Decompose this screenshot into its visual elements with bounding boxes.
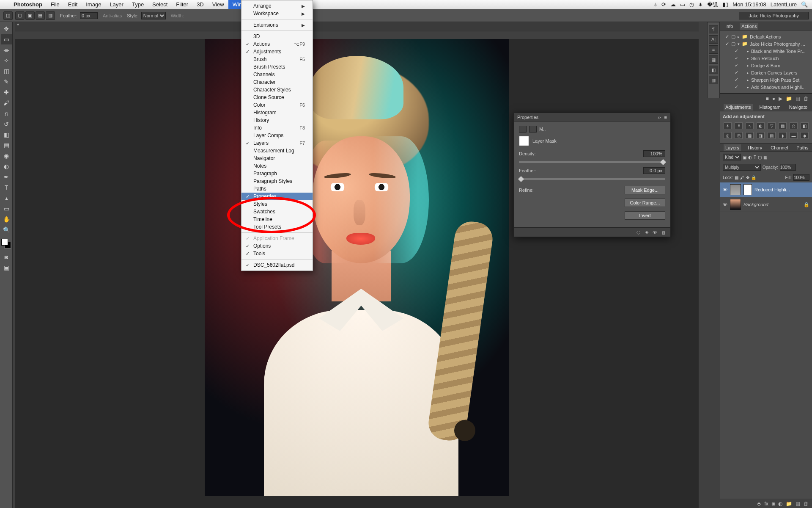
new-set-icon[interactable]: 📁 <box>786 96 792 102</box>
action-row[interactable]: ✓▸Darken Curves Layers <box>723 69 809 76</box>
selective-adj-icon[interactable]: ◆ <box>801 132 809 139</box>
foreground-color-swatch[interactable] <box>1 239 8 246</box>
eraser-tool-icon[interactable]: ◧ <box>1 130 12 140</box>
menubar-clock[interactable]: Mon 15:19:08 <box>732 1 766 8</box>
swatches-panel-icon[interactable]: ▦ <box>709 55 718 64</box>
blend-mode-select[interactable]: Multiply <box>723 164 761 171</box>
battery-icon[interactable]: ▮▯ <box>722 1 728 8</box>
menu-item-paragraph[interactable]: Paragraph <box>241 170 313 177</box>
bluetooth-icon[interactable]: ∗ <box>698 1 703 8</box>
mask-thumbnail[interactable] <box>519 136 529 146</box>
shape-tool-icon[interactable]: ▭ <box>1 204 12 214</box>
canvas-area[interactable] <box>15 39 699 508</box>
hue-adj-icon[interactable]: ▦ <box>779 122 787 129</box>
adjustments-tab[interactable]: Adjustments <box>724 104 753 110</box>
gradmap-adj-icon[interactable]: ▬ <box>790 132 798 139</box>
zoom-tool-icon[interactable]: 🔍 <box>1 225 12 235</box>
vibrance-adj-icon[interactable]: ▽ <box>768 122 776 129</box>
menu-item-tool presets[interactable]: Tool Presets <box>241 223 313 231</box>
character-panel-icon[interactable]: ¶ <box>709 25 718 33</box>
menu-item-brush[interactable]: BrushF5 <box>241 55 313 63</box>
trash-icon[interactable]: 🗑 <box>804 96 809 102</box>
sync-icon[interactable]: ⟳ <box>661 1 666 8</box>
stop-icon[interactable]: ■ <box>766 96 769 102</box>
blur-tool-icon[interactable]: ◉ <box>1 151 12 161</box>
screenmode-icon[interactable]: ▣ <box>1 262 12 273</box>
levels-adj-icon[interactable]: ⫵ <box>735 122 743 129</box>
collapse-panel-icon[interactable]: ›› <box>658 115 661 120</box>
menu-type[interactable]: Type <box>128 0 148 9</box>
new-layer-icon[interactable]: ▤ <box>796 501 800 507</box>
dodge-tool-icon[interactable]: ◐ <box>1 161 12 171</box>
selection-subtract-icon[interactable]: ▤ <box>36 11 45 20</box>
new-adj-layer-icon[interactable]: ◐ <box>778 501 782 507</box>
color-swatches[interactable] <box>0 238 12 251</box>
menubar-user[interactable]: LatentLure <box>771 1 797 8</box>
pen-tool-icon[interactable]: ✒ <box>1 172 12 182</box>
menu-item-3d[interactable]: 3D <box>241 33 313 40</box>
crop-tool-icon[interactable]: ◫ <box>1 66 12 76</box>
density-slider[interactable] <box>519 161 665 163</box>
filter-shape-icon[interactable]: ▢ <box>758 155 762 160</box>
menu-item-brush presets[interactable]: Brush Presets <box>241 63 313 71</box>
lock-all-icon[interactable]: 🔒 <box>751 175 756 180</box>
play-icon[interactable]: ▶ <box>779 96 782 102</box>
actions-tab[interactable]: Actions <box>740 23 758 30</box>
layers-kind-select[interactable]: Kind <box>723 154 741 160</box>
opacity-input[interactable] <box>780 164 796 171</box>
hand-tool-icon[interactable]: ✋ <box>1 214 12 224</box>
gradient-tool-icon[interactable]: ▤ <box>1 140 12 150</box>
menu-select[interactable]: Select <box>148 0 172 9</box>
marquee-tool-icon[interactable]: ▭ <box>1 34 12 44</box>
invert-button[interactable]: Invert <box>625 211 665 220</box>
layers-tab[interactable]: Layers <box>724 144 741 151</box>
menu-item-navigator[interactable]: Navigator <box>241 155 313 162</box>
menu-file[interactable]: File <box>47 0 64 9</box>
action-row[interactable]: ✓▸Skin Retouch <box>723 55 809 62</box>
menu-workspace[interactable]: Workspace▶ <box>241 10 313 17</box>
posterize-adj-icon[interactable]: ▤ <box>768 132 776 139</box>
menu-item-properties[interactable]: Properties <box>241 193 313 200</box>
delete-layer-icon[interactable]: 🗑 <box>804 501 809 507</box>
menu-3d[interactable]: 3D <box>192 0 208 9</box>
exposure-adj-icon[interactable]: ◐ <box>757 122 765 129</box>
add-mask-icon[interactable]: ◙ <box>772 501 775 507</box>
menu-image[interactable]: Image <box>82 0 105 9</box>
doc-close-left[interactable]: « <box>17 22 19 27</box>
history-brush-tool-icon[interactable]: ↺ <box>1 119 12 129</box>
menu-item-history[interactable]: History <box>241 116 313 124</box>
density-value[interactable]: 100% <box>643 150 665 157</box>
libraries-panel-icon[interactable]: ▥ <box>709 76 718 84</box>
menu-item-info[interactable]: InfoF8 <box>241 124 313 132</box>
history-tab[interactable]: History <box>746 144 764 151</box>
navigator-tab[interactable]: Navigato <box>787 104 809 110</box>
info-tab[interactable]: Info <box>724 23 735 30</box>
colorlookup-adj-icon[interactable]: ▩ <box>746 132 754 139</box>
menu-item-timeline[interactable]: Timeline <box>241 215 313 223</box>
layer-row[interactable]: 👁Reduced Highli... <box>720 182 812 197</box>
threshold-adj-icon[interactable]: ◗ <box>779 132 787 139</box>
feather-slider[interactable] <box>519 178 665 180</box>
link-layers-icon[interactable]: ⬘ <box>757 501 761 507</box>
vector-mask-icon[interactable] <box>529 126 537 133</box>
filter-type-icon[interactable]: T <box>754 155 756 160</box>
paragraph-panel-icon[interactable]: A| <box>709 35 718 44</box>
tool-preset-icon[interactable]: ◫ <box>3 11 13 20</box>
menu-view[interactable]: View <box>208 0 228 9</box>
lasso-tool-icon[interactable]: ⌯ <box>1 45 12 55</box>
layer-row[interactable]: 👁Background🔒 <box>720 197 812 212</box>
brightness-adj-icon[interactable]: ☀ <box>724 122 732 129</box>
path-select-tool-icon[interactable]: ▴ <box>1 193 12 203</box>
timemachine-icon[interactable]: ◷ <box>689 1 694 8</box>
brush-tool-icon[interactable]: 🖌 <box>1 98 12 108</box>
fill-input[interactable] <box>793 174 809 181</box>
menu-item-layers[interactable]: LayersF7 <box>241 139 313 147</box>
menu-item-character[interactable]: Character <box>241 78 313 86</box>
quickmask-icon[interactable]: ◙ <box>1 252 12 262</box>
properties-panel-header[interactable]: Properties ›› ≡ <box>514 113 670 121</box>
action-row[interactable]: ✓▸Sharpen High Pass Set <box>723 76 809 83</box>
color-range-button[interactable]: Color Range... <box>625 199 665 207</box>
action-row[interactable]: ✓▸Black and White Tone Pr... <box>723 47 809 55</box>
move-tool-icon[interactable]: ✥ <box>1 24 12 34</box>
lock-pixels-icon[interactable]: 🖌 <box>740 175 744 180</box>
